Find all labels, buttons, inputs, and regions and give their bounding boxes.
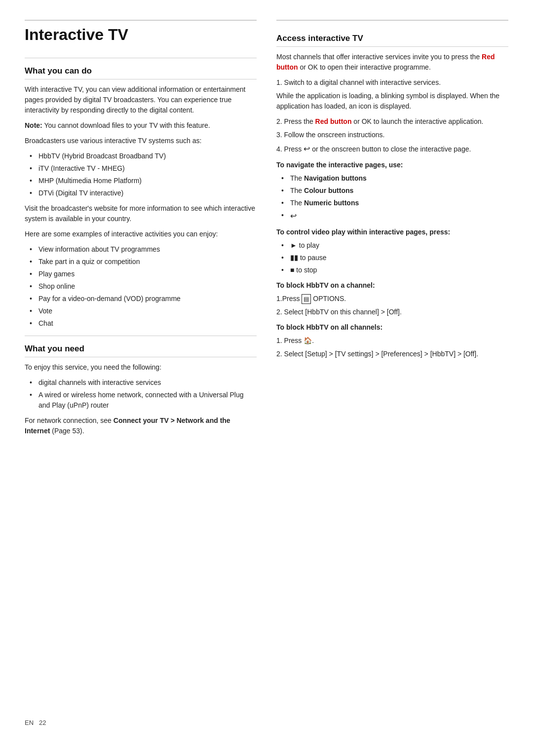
step4: 4. Press ↩ or the onscreen button to clo… <box>276 143 508 155</box>
pause-icon: ▮▮ <box>290 253 298 263</box>
section1-note: Note: You cannot download files to your … <box>25 120 257 131</box>
list-item: ▮▮ to pause <box>281 253 508 263</box>
list-item: The Colour buttons <box>281 186 508 196</box>
section1-separator <box>25 58 257 58</box>
play-label: to play <box>297 241 319 249</box>
page: Interactive TV What you can do With inte… <box>0 0 533 756</box>
list-item: Shop online <box>30 281 257 292</box>
note-text: You cannot download files to your TV wit… <box>44 121 210 129</box>
options-icon: ▤ <box>302 294 311 304</box>
access-intro: Most channels that offer interactive ser… <box>276 52 508 73</box>
step-text: 1.Press <box>276 295 302 302</box>
control-list: ► to play ▮▮ to pause ■ to stop <box>281 240 508 275</box>
access-intro-after: or OK to open their interactive programm… <box>298 63 431 71</box>
colour-buttons-label: Colour buttons <box>304 187 353 194</box>
section2-intro: To enjoy this service, you need the foll… <box>25 362 257 373</box>
list-item: MHP (Multimedia Home Platform) <box>30 176 257 186</box>
pause-label: to pause <box>298 254 327 262</box>
step2: 2. Press the Red button or OK to launch … <box>276 116 508 127</box>
footer-page: 22 <box>39 719 46 726</box>
numeric-buttons-label: Numeric buttons <box>304 199 359 207</box>
block-channel-step2: 2. Select [HbbTV on this channel] > [Off… <box>276 307 508 317</box>
list-item: ↩ <box>281 210 508 222</box>
step-text: 2. Select [HbbTV on this channel] > [Off… <box>276 308 402 316</box>
back-icon-nav: ↩ <box>290 210 297 222</box>
section1-title: What you can do <box>25 66 257 79</box>
step2b: or OK to launch the interactive applicat… <box>351 117 483 125</box>
list-item: Chat <box>30 318 257 329</box>
network-after: (Page 53). <box>50 427 84 435</box>
block-channel-step1: 1.Press ▤ OPTIONS. <box>276 294 508 304</box>
broadcasters-intro: Broadcasters use various interactive TV … <box>25 136 257 146</box>
step3: 3. Follow the onscreen instructions. <box>276 130 508 140</box>
list-item: digital channels with interactive servic… <box>30 378 257 388</box>
block-all-step1: 1. Press 🏠. <box>276 336 508 346</box>
access-intro-before: Most channels that offer interactive ser… <box>276 53 482 61</box>
list-item: The Navigation buttons <box>281 173 508 184</box>
block-hbb-channel-heading: To block HbbTV on a channel: <box>276 280 508 291</box>
nav-item-label-3: The <box>290 199 304 207</box>
list-item: The Numeric buttons <box>281 198 508 208</box>
left-column: Interactive TV What you can do With inte… <box>25 20 257 704</box>
section1-intro: With interactive TV, you can view additi… <box>25 84 257 115</box>
red-button-2: Red button <box>315 117 352 125</box>
step1b: While the application is loading, a blin… <box>276 91 508 112</box>
nav-item-label-2: The <box>290 187 304 194</box>
list-item: iTV (Interactive TV - MHEG) <box>30 163 257 174</box>
control-heading: To control video play within interactive… <box>276 227 508 237</box>
visit-text: Visit the broadcaster's website for more… <box>25 203 257 224</box>
examples-list: View information about TV programmes Tak… <box>30 244 257 329</box>
nav-list: The Navigation buttons The Colour button… <box>281 173 508 222</box>
step-text: 1. Press <box>276 337 304 344</box>
step2a: 2. Press the <box>276 117 315 125</box>
two-column-layout: Interactive TV What you can do With inte… <box>25 20 508 704</box>
step4b: or the onscreen button to close the inte… <box>310 145 471 153</box>
list-item: HbbTV (Hybrid Broadcast Broadband TV) <box>30 151 257 161</box>
stop-label: to stop <box>294 266 317 274</box>
page-title: Interactive TV <box>25 26 257 48</box>
list-item: ■ to stop <box>281 265 508 275</box>
list-item: View information about TV programmes <box>30 244 257 255</box>
step4a: 4. Press <box>276 145 304 153</box>
navigation-buttons-label: Navigation buttons <box>304 174 367 182</box>
back-icon: ↩ <box>304 143 310 155</box>
step-text: 2. Select [Setup] > [TV settings] > [Pre… <box>276 350 478 358</box>
home-icon: 🏠 <box>304 336 312 346</box>
list-item: ► to play <box>281 240 508 251</box>
nav-heading: To navigate the interactive pages, use: <box>276 160 508 170</box>
list-item: A wired or wireless home network, connec… <box>30 390 257 411</box>
list-item: DTVi (Digital TV interactive) <box>30 188 257 198</box>
footer-lang: EN <box>25 719 34 726</box>
list-item: Pay for a video-on-demand (VOD) programm… <box>30 294 257 304</box>
network-before: For network connection, see <box>25 416 114 424</box>
nav-item-label-1: The <box>290 174 304 182</box>
network-text: For network connection, see Connect your… <box>25 416 257 436</box>
step1: 1. Switch to a digital channel with inte… <box>276 77 508 88</box>
list-item: Take part in a quiz or competition <box>30 257 257 267</box>
step-text-2: OPTIONS. <box>311 295 346 302</box>
list-item: Play games <box>30 269 257 279</box>
block-all-step2: 2. Select [Setup] > [TV settings] > [Pre… <box>276 349 508 359</box>
examples-intro: Here are some examples of interactive ac… <box>25 229 257 239</box>
list-item: Vote <box>30 306 257 316</box>
footer: EN 22 <box>25 719 508 726</box>
section2-separator <box>25 336 257 336</box>
step-text-2: . <box>312 337 314 344</box>
needs-list: digital channels with interactive servic… <box>30 378 257 411</box>
broadcasters-list: HbbTV (Hybrid Broadcast Broadband TV) iT… <box>30 151 257 198</box>
play-icon: ► <box>290 240 297 251</box>
note-label: Note: <box>25 121 42 129</box>
block-hbb-all-heading: To block HbbTV on all channels: <box>276 322 508 333</box>
right-column: Access interactive TV Most channels that… <box>276 20 508 704</box>
right-section1-title: Access interactive TV <box>276 34 508 47</box>
section2-title: What you need <box>25 344 257 357</box>
